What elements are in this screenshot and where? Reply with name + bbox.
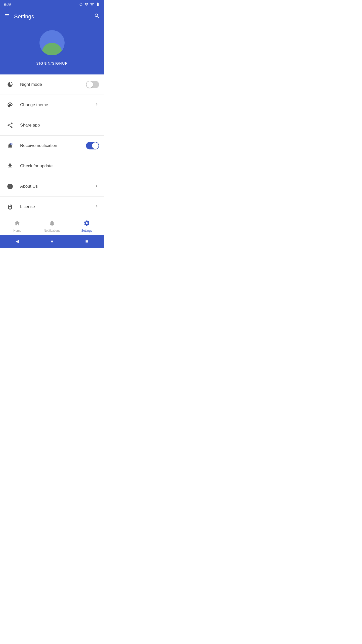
status-bar: 5:25 [0,0,104,9]
notifications-icon [49,220,55,228]
about-us-item[interactable]: About Us [0,176,104,197]
info-icon [5,181,15,191]
download-icon [5,161,15,171]
status-time: 5:25 [4,3,11,7]
receive-notification-label: Receive notification [20,143,86,148]
night-mode-icon [5,79,15,90]
svg-point-1 [12,83,13,84]
change-theme-item[interactable]: Change theme [0,95,104,115]
back-button[interactable]: ◀ [12,236,22,246]
header-profile: SIGNIN/SIGNUP [0,24,104,74]
home-nav-label: Home [13,229,21,232]
change-theme-arrow [94,102,99,108]
night-mode-toggle-knob [86,81,93,88]
bell-icon [5,141,15,151]
bottom-nav: Home Notifications Settings [0,217,104,235]
share-app-label: Share app [20,123,99,128]
svg-point-0 [11,82,12,83]
license-item[interactable]: License [0,197,104,217]
home-icon [14,220,21,228]
avatar-shape [42,43,62,55]
check-update-label: Check for update [20,164,99,169]
flame-icon [5,202,15,212]
signin-button[interactable]: SIGNIN/SIGNUP [36,61,68,65]
settings-list: Night mode Change theme Share app [0,74,104,217]
receive-notification-toggle-knob [92,142,99,149]
license-arrow [94,204,99,210]
night-mode-toggle[interactable] [86,81,99,88]
home-button[interactable]: ● [47,236,57,246]
about-us-label: About Us [20,184,94,189]
app-bar-title: Settings [14,13,94,20]
share-icon [5,120,15,130]
nav-home[interactable]: Home [0,218,35,234]
system-nav: ◀ ● ■ [0,235,104,248]
notifications-nav-label: Notifications [44,229,60,232]
palette-icon [5,100,15,110]
nav-notifications[interactable]: Notifications [35,218,69,234]
receive-notification-item[interactable]: Receive notification [0,136,104,156]
wifi-icon [84,2,88,7]
night-mode-item[interactable]: Night mode [0,74,104,95]
app-bar: Settings [0,9,104,24]
avatar [39,30,65,55]
recent-button[interactable]: ■ [82,236,92,246]
signal-icon [90,2,94,7]
sync-icon [79,2,83,7]
receive-notification-toggle[interactable] [86,142,99,149]
check-update-item[interactable]: Check for update [0,156,104,176]
change-theme-label: Change theme [20,102,94,107]
nav-settings[interactable]: Settings [69,218,104,234]
share-app-item[interactable]: Share app [0,115,104,136]
search-icon[interactable] [94,13,100,20]
menu-icon[interactable] [4,13,10,20]
night-mode-label: Night mode [20,82,86,87]
status-icons [79,2,100,7]
settings-icon [83,220,90,228]
battery-icon [96,2,100,7]
about-us-arrow [94,183,99,190]
settings-nav-label: Settings [81,229,92,232]
license-label: License [20,204,94,209]
